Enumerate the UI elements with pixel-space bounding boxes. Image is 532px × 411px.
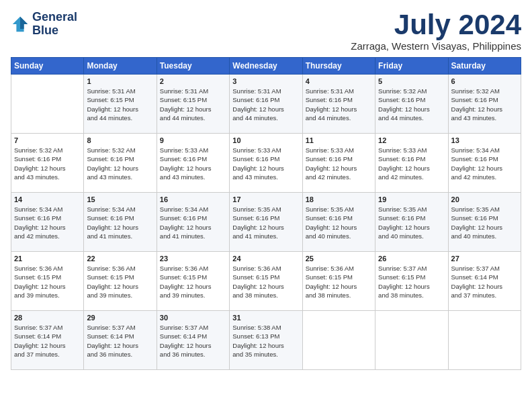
calendar-cell: 21Sunrise: 5:36 AMSunset: 6:15 PMDayligh… (11, 252, 84, 311)
day-number: 13 (451, 136, 518, 144)
day-number: 22 (87, 255, 153, 263)
calendar-cell: 30Sunrise: 5:37 AMSunset: 6:14 PMDayligh… (157, 311, 229, 370)
calendar-cell: 29Sunrise: 5:37 AMSunset: 6:14 PMDayligh… (84, 311, 157, 370)
weekday-header-wednesday: Wednesday (230, 58, 302, 75)
calendar-cell (302, 311, 375, 370)
day-info: Sunrise: 5:32 AMSunset: 6:16 PMDaylight:… (14, 146, 81, 181)
calendar-cell: 10Sunrise: 5:33 AMSunset: 6:16 PMDayligh… (230, 134, 302, 193)
day-number: 14 (14, 195, 81, 203)
calendar-cell: 19Sunrise: 5:35 AMSunset: 6:16 PMDayligh… (375, 193, 448, 252)
day-number: 28 (14, 314, 81, 322)
logo: General Blue (11, 11, 77, 38)
month-title: July 2024 (351, 11, 521, 39)
day-info: Sunrise: 5:34 AMSunset: 6:16 PMDaylight:… (87, 205, 153, 240)
day-info: Sunrise: 5:36 AMSunset: 6:15 PMDaylight:… (87, 264, 153, 300)
day-number: 23 (160, 255, 226, 263)
day-info: Sunrise: 5:37 AMSunset: 6:14 PMDaylight:… (14, 323, 81, 359)
day-number: 18 (306, 195, 372, 203)
day-info: Sunrise: 5:35 AMSunset: 6:16 PMDaylight:… (232, 205, 299, 240)
calendar-cell: 27Sunrise: 5:37 AMSunset: 6:14 PMDayligh… (448, 252, 521, 311)
svg-marker-1 (20, 17, 28, 29)
day-info: Sunrise: 5:33 AMSunset: 6:16 PMDaylight:… (232, 146, 299, 181)
day-info: Sunrise: 5:35 AMSunset: 6:16 PMDaylight:… (378, 205, 445, 240)
calendar-cell (375, 311, 448, 370)
day-number: 12 (378, 136, 445, 144)
calendar-cell (448, 311, 521, 370)
calendar-cell: 28Sunrise: 5:37 AMSunset: 6:14 PMDayligh… (11, 311, 84, 370)
day-number: 27 (451, 255, 518, 263)
day-info: Sunrise: 5:37 AMSunset: 6:14 PMDaylight:… (160, 323, 226, 359)
day-number: 21 (14, 255, 81, 263)
day-number: 2 (160, 77, 226, 85)
day-info: Sunrise: 5:36 AMSunset: 6:15 PMDaylight:… (232, 264, 299, 300)
calendar-cell: 22Sunrise: 5:36 AMSunset: 6:15 PMDayligh… (84, 252, 157, 311)
calendar-cell (11, 75, 84, 134)
calendar-cell: 14Sunrise: 5:34 AMSunset: 6:16 PMDayligh… (11, 193, 84, 252)
calendar-cell: 5Sunrise: 5:32 AMSunset: 6:16 PMDaylight… (375, 75, 448, 134)
calendar-cell: 3Sunrise: 5:31 AMSunset: 6:16 PMDaylight… (230, 75, 302, 134)
day-number: 19 (378, 195, 445, 203)
weekday-header-sunday: Sunday (11, 58, 84, 75)
weekday-header-saturday: Saturday (448, 58, 521, 75)
calendar-cell: 2Sunrise: 5:31 AMSunset: 6:15 PMDaylight… (157, 75, 229, 134)
calendar-cell: 18Sunrise: 5:35 AMSunset: 6:16 PMDayligh… (302, 193, 375, 252)
day-info: Sunrise: 5:33 AMSunset: 6:16 PMDaylight:… (306, 146, 372, 181)
day-number: 26 (378, 255, 445, 263)
day-info: Sunrise: 5:31 AMSunset: 6:16 PMDaylight:… (306, 87, 372, 122)
day-number: 11 (306, 136, 372, 144)
calendar-cell: 26Sunrise: 5:37 AMSunset: 6:15 PMDayligh… (375, 252, 448, 311)
calendar-cell: 15Sunrise: 5:34 AMSunset: 6:16 PMDayligh… (84, 193, 157, 252)
logo-text: General Blue (32, 11, 77, 38)
calendar-cell: 20Sunrise: 5:35 AMSunset: 6:16 PMDayligh… (448, 193, 521, 252)
calendar-cell: 1Sunrise: 5:31 AMSunset: 6:15 PMDaylight… (84, 75, 157, 134)
day-info: Sunrise: 5:31 AMSunset: 6:16 PMDaylight:… (232, 87, 299, 122)
day-number: 1 (87, 77, 153, 85)
calendar-cell: 25Sunrise: 5:36 AMSunset: 6:15 PMDayligh… (302, 252, 375, 311)
day-number: 10 (232, 136, 299, 144)
calendar-cell: 31Sunrise: 5:38 AMSunset: 6:13 PMDayligh… (230, 311, 302, 370)
day-number: 29 (87, 314, 153, 322)
calendar-table: SundayMondayTuesdayWednesdayThursdayFrid… (11, 57, 521, 370)
day-number: 31 (232, 314, 299, 322)
day-number: 15 (87, 195, 153, 203)
day-number: 17 (232, 195, 299, 203)
day-number: 3 (232, 77, 299, 85)
weekday-header-thursday: Thursday (302, 58, 375, 75)
day-info: Sunrise: 5:38 AMSunset: 6:13 PMDaylight:… (232, 323, 299, 359)
day-info: Sunrise: 5:36 AMSunset: 6:15 PMDaylight:… (306, 264, 372, 300)
calendar-cell: 23Sunrise: 5:36 AMSunset: 6:15 PMDayligh… (157, 252, 229, 311)
calendar-cell: 24Sunrise: 5:36 AMSunset: 6:15 PMDayligh… (230, 252, 302, 311)
day-info: Sunrise: 5:33 AMSunset: 6:16 PMDaylight:… (160, 146, 226, 181)
day-number: 8 (87, 136, 153, 144)
calendar-cell: 8Sunrise: 5:32 AMSunset: 6:16 PMDaylight… (84, 134, 157, 193)
title-block: July 2024 Zarraga, Western Visayas, Phil… (351, 11, 521, 52)
day-info: Sunrise: 5:34 AMSunset: 6:16 PMDaylight:… (14, 205, 81, 240)
calendar-cell: 16Sunrise: 5:34 AMSunset: 6:16 PMDayligh… (157, 193, 229, 252)
calendar-cell: 7Sunrise: 5:32 AMSunset: 6:16 PMDaylight… (11, 134, 84, 193)
weekday-header-tuesday: Tuesday (157, 58, 229, 75)
day-number: 4 (306, 77, 372, 85)
calendar-cell: 4Sunrise: 5:31 AMSunset: 6:16 PMDaylight… (302, 75, 375, 134)
day-info: Sunrise: 5:32 AMSunset: 6:16 PMDaylight:… (451, 87, 518, 122)
day-info: Sunrise: 5:37 AMSunset: 6:14 PMDaylight:… (87, 323, 153, 359)
weekday-header-friday: Friday (375, 58, 448, 75)
day-info: Sunrise: 5:31 AMSunset: 6:15 PMDaylight:… (87, 87, 153, 122)
day-number: 9 (160, 136, 226, 144)
calendar-cell: 11Sunrise: 5:33 AMSunset: 6:16 PMDayligh… (302, 134, 375, 193)
calendar-cell: 13Sunrise: 5:34 AMSunset: 6:16 PMDayligh… (448, 134, 521, 193)
calendar-cell: 9Sunrise: 5:33 AMSunset: 6:16 PMDaylight… (157, 134, 229, 193)
page-header: General Blue July 2024 Zarraga, Western … (11, 11, 521, 52)
day-info: Sunrise: 5:36 AMSunset: 6:15 PMDaylight:… (14, 264, 81, 300)
day-number: 7 (14, 136, 81, 144)
day-number: 30 (160, 314, 226, 322)
day-info: Sunrise: 5:35 AMSunset: 6:16 PMDaylight:… (451, 205, 518, 240)
day-info: Sunrise: 5:36 AMSunset: 6:15 PMDaylight:… (160, 264, 226, 300)
day-number: 16 (160, 195, 226, 203)
day-info: Sunrise: 5:32 AMSunset: 6:16 PMDaylight:… (378, 87, 445, 122)
day-number: 25 (306, 255, 372, 263)
day-number: 24 (232, 255, 299, 263)
day-number: 6 (451, 77, 518, 85)
calendar-cell: 6Sunrise: 5:32 AMSunset: 6:16 PMDaylight… (448, 75, 521, 134)
day-info: Sunrise: 5:31 AMSunset: 6:15 PMDaylight:… (160, 87, 226, 122)
day-info: Sunrise: 5:33 AMSunset: 6:16 PMDaylight:… (378, 146, 445, 181)
